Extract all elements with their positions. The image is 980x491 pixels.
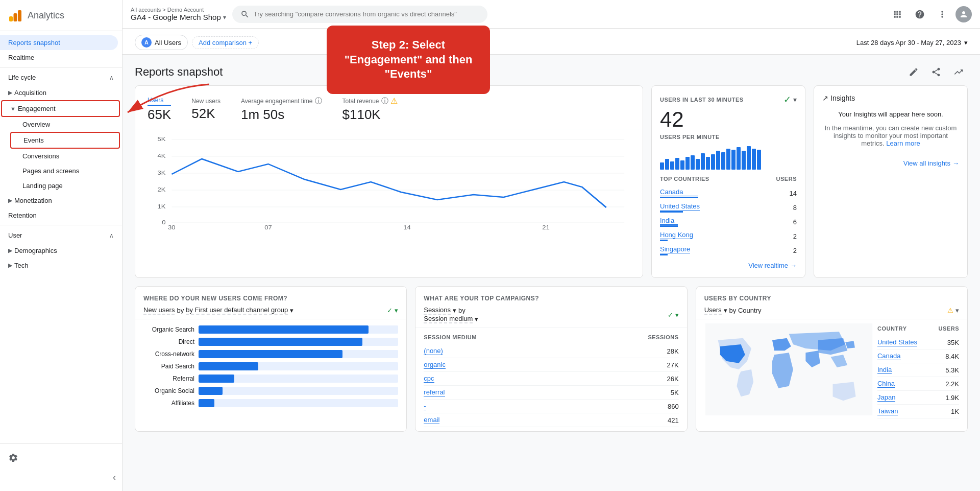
bar-fill — [199, 325, 369, 334]
campaigns-dropdown[interactable]: Sessions ▾ by Session medium ▾ — [424, 306, 478, 323]
sidebar-item-landing-page[interactable]: Landing page — [10, 178, 118, 193]
table-row: cpc 26K — [424, 372, 678, 386]
col-users: USERS — [939, 325, 959, 332]
bar-row: Cross-network — [143, 350, 398, 358]
search-input[interactable] — [254, 10, 479, 18]
total-revenue-info-icon[interactable]: ⓘ — [381, 97, 388, 106]
edit-report-button[interactable] — [904, 63, 923, 81]
sidebar-item-tech[interactable]: ▶ Tech — [0, 258, 118, 273]
channel-group-dropdown-icon: ▾ — [290, 307, 293, 314]
sidebar-item-acquisition[interactable]: ▶ Acquisition — [0, 85, 118, 100]
mini-bar-item — [706, 157, 710, 170]
apps-button[interactable] — [888, 5, 906, 24]
country-name[interactable]: Canada — [660, 188, 698, 196]
more-options-page-button[interactable] — [949, 63, 968, 81]
sidebar-main: Reports snapshot Realtime Life cycle ∧ ▶… — [0, 31, 122, 443]
lifecycle-group-header[interactable]: Life cycle ∧ — [0, 69, 122, 85]
topbar: All accounts > Demo Account GA4 - Google… — [122, 0, 980, 29]
country-table-name[interactable]: Japan — [877, 393, 895, 402]
sessions-label: Sessions — [424, 306, 451, 315]
overview-label: Overview — [22, 121, 50, 128]
share-button[interactable] — [927, 63, 945, 81]
sidebar-item-engagement[interactable]: ▼ Engagement — [1, 100, 120, 117]
all-users-chip[interactable]: A All Users — [135, 35, 188, 50]
country-table-name[interactable]: Canada — [877, 352, 901, 360]
view-realtime-link[interactable]: View realtime → — [660, 262, 797, 269]
realtime-header-label: USERS IN LAST 30 MINUTES — [660, 97, 744, 103]
metrics-chart-card: Users 65K New users 52K Average engageme… — [135, 85, 643, 278]
sidebar-item-reports-snapshot[interactable]: Reports snapshot — [0, 35, 118, 50]
sidebar-item-realtime[interactable]: Realtime — [0, 50, 118, 65]
mini-bar-item — [757, 150, 761, 170]
users-col-label: USERS — [776, 176, 797, 182]
sidebar-item-demographics[interactable]: ▶ Demographics — [0, 243, 118, 258]
country-dropdown[interactable]: Users ▾ by Country — [704, 306, 762, 315]
country-name[interactable]: United States — [660, 202, 700, 210]
view-all-insights-link[interactable]: View all insights → — [822, 159, 959, 167]
country-bar — [660, 254, 668, 255]
country-warning-icon: ⚠ — [947, 307, 953, 314]
table-row: Taiwan 1K — [877, 405, 959, 418]
sidebar-item-settings[interactable] — [0, 448, 122, 468]
analytics-logo-icon — [8, 8, 22, 22]
realtime-card: USERS IN LAST 30 MINUTES ✓ ▾ 42 USERS PE… — [651, 85, 805, 278]
country-table-name[interactable]: China — [877, 380, 895, 388]
country-value: 2 — [793, 232, 797, 240]
campaign-name[interactable]: organic — [424, 361, 446, 369]
apps-icon — [892, 9, 902, 19]
new-users-check-dropdown-icon[interactable]: ▾ — [395, 307, 398, 314]
new-users-filter: New users by by First user default chann… — [143, 306, 398, 315]
learn-more-link[interactable]: Learn more — [886, 139, 920, 147]
mini-bar-item — [680, 160, 684, 170]
session-medium-dropdown-icon: ▾ — [475, 315, 478, 323]
country-value: 2 — [793, 247, 797, 254]
sidebar-item-events[interactable]: Events — [10, 132, 120, 149]
divider-1 — [0, 67, 122, 67]
realtime-dropdown-icon[interactable]: ▾ — [793, 96, 797, 104]
campaign-name[interactable]: email — [424, 416, 439, 424]
mini-bar-item — [726, 149, 730, 170]
campaign-name[interactable]: - — [424, 402, 426, 410]
help-button[interactable] — [911, 5, 929, 24]
sidebar-item-monetization[interactable]: ▶ Monetization — [0, 193, 118, 208]
sidebar-item-conversions[interactable]: Conversions — [10, 149, 118, 163]
mini-bar-item — [721, 152, 725, 170]
sidebar-item-pages-screens[interactable]: Pages and screens — [10, 163, 118, 178]
country-title: USERS BY COUNTRY — [704, 295, 959, 302]
more-options-button[interactable] — [933, 5, 951, 24]
country-name[interactable]: India — [660, 217, 678, 224]
country-table-name[interactable]: Taiwan — [877, 407, 898, 415]
new-users-card-header: WHERE DO YOUR NEW USERS COME FROM? New u… — [135, 287, 406, 319]
mini-bar-item — [665, 159, 669, 170]
avg-engagement-value: 1m 50s — [241, 107, 322, 123]
country-name[interactable]: Singapore — [660, 245, 690, 253]
user-group-header[interactable]: User ∧ — [0, 227, 122, 243]
insights-trend-icon: ↗ — [822, 94, 828, 102]
sidebar-collapse-button[interactable]: ‹ — [0, 468, 122, 487]
country-table-value: 1.9K — [945, 394, 959, 402]
campaign-name[interactable]: cpc — [424, 375, 434, 383]
landing-page-label: Landing page — [22, 182, 63, 190]
country-table-value: 5.3K — [945, 366, 959, 374]
avg-engagement-info-icon[interactable]: ⓘ — [315, 97, 322, 106]
sidebar-item-retention[interactable]: Retention — [0, 208, 118, 223]
campaign-name[interactable]: (none) — [424, 347, 443, 355]
campaign-name[interactable]: referral — [424, 388, 445, 396]
chart-area: 5K 4K 3K 2K 1K 0 — [135, 129, 643, 242]
realtime-value: 42 — [660, 107, 797, 132]
country-name[interactable]: Hong Kong — [660, 231, 693, 239]
lifecycle-label: Life cycle — [8, 74, 36, 81]
avatar[interactable] — [955, 6, 972, 22]
property-name[interactable]: GA4 - Google Merch Shop ▾ — [131, 13, 226, 21]
sidebar-item-overview[interactable]: Overview — [10, 117, 118, 132]
country-warning-dropdown-icon[interactable]: ▾ — [955, 307, 959, 314]
add-comparison-button[interactable]: Add comparison + — [192, 36, 259, 49]
date-range[interactable]: Last 28 days Apr 30 - May 27, 2023 ▾ — [856, 39, 968, 46]
search-bar[interactable] — [232, 6, 487, 23]
country-table-name[interactable]: United States — [877, 338, 917, 346]
new-users-dropdown[interactable]: New users by by First user default chann… — [143, 306, 293, 315]
country-table-name[interactable]: India — [877, 366, 892, 374]
svg-text:Apr: Apr — [166, 229, 177, 230]
campaigns-check-dropdown-icon[interactable]: ▾ — [675, 311, 679, 319]
country-card-header: USERS BY COUNTRY Users ▾ by Country ⚠ ▾ — [696, 287, 967, 319]
